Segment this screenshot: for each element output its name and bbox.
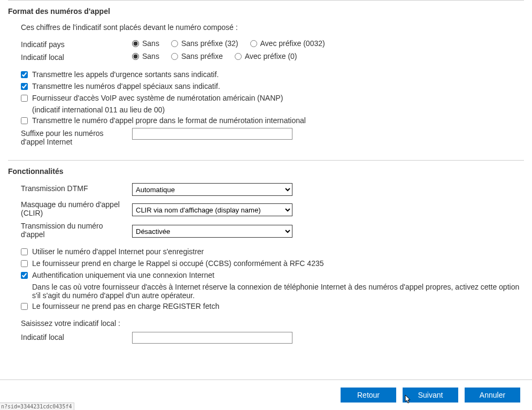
radio-local-sans[interactable] [132, 53, 139, 60]
back-button[interactable]: Retour [341, 388, 396, 403]
checkbox-label: Utiliser le numéro d'appel Internet pour… [32, 247, 204, 256]
format-intro: Ces chiffres de l'indicatif sont placés … [21, 23, 524, 32]
radio-label: Sans [142, 39, 159, 48]
checkbox-ccbs[interactable] [21, 260, 28, 267]
radio-label: Sans préfixe [181, 52, 223, 60]
checkbox-label: Transmettre les appels d'urgence sortant… [32, 70, 219, 79]
checkbox-label: Transmettre le numéro d'appel propre dan… [32, 116, 306, 125]
checkbox-special[interactable] [21, 83, 28, 90]
suffix-label-line1: Suffixe pour les numéros [21, 129, 132, 138]
checkbox-auth-internet[interactable] [21, 272, 28, 279]
auth-description: Dans le cas où votre fournisseur d'accès… [32, 283, 524, 300]
section-title-features: Fonctionnalités [8, 167, 524, 176]
checkbox-label: Le fournisseur ne prend pas en charge RE… [32, 302, 219, 310]
radio-country-avec-prefixe[interactable] [250, 40, 257, 47]
checkbox-intl-own[interactable] [21, 117, 28, 124]
label-indicatif-local: Indicatif local [21, 52, 132, 62]
local-input[interactable] [132, 332, 292, 344]
label-transnum-l2: d'appel [21, 230, 132, 239]
section-title-format: Format des numéros d'appel [8, 7, 524, 16]
radio-label: Sans préfixe (32) [181, 39, 238, 48]
select-clir[interactable]: CLIR via nom d'affichage (display name) [132, 203, 292, 216]
checkbox-use-internet-num[interactable] [21, 248, 28, 255]
radio-label: Avec préfixe (0) [245, 52, 297, 60]
radio-label: Avec préfixe (0032) [260, 39, 325, 48]
suffix-label-line2: d'appel Internet [21, 138, 132, 146]
radio-country-sans-prefixe[interactable] [171, 40, 178, 47]
checkbox-no-register-fetch[interactable] [21, 303, 28, 310]
status-url-fragment: n?sid=3344231cdc0435f4 [0, 403, 74, 410]
checkbox-label: Authentification uniquement via une conn… [32, 271, 214, 279]
label-indicatif-pays: Indicatif pays [21, 39, 132, 49]
radio-local-sans-prefixe[interactable] [171, 53, 178, 60]
bottom-bar: Retour Suivant Annuler [0, 379, 532, 410]
cancel-button[interactable]: Annuler [465, 388, 520, 403]
radio-label: Sans [142, 52, 159, 60]
label-transnum-l1: Transmission du numéro [21, 222, 132, 230]
select-dtmf[interactable]: Automatique [132, 183, 292, 196]
row-indicatif-local: Indicatif local Sans Sans préfixe Avec p… [21, 52, 524, 62]
nanp-subtext: (indicatif international 011 au lieu de … [32, 105, 524, 114]
suffix-input[interactable] [132, 128, 292, 140]
checkbox-emergency[interactable] [21, 71, 28, 78]
checkbox-nanp[interactable] [21, 95, 28, 102]
radio-local-avec-prefixe[interactable] [235, 53, 242, 60]
checkbox-label: Transmettre les numéros d'appel spéciaux… [32, 82, 220, 90]
label-local-field: Indicatif local [21, 332, 132, 341]
label-clir-l1: Masquage du numéro d'appel [21, 200, 132, 209]
next-button[interactable]: Suivant [403, 388, 458, 403]
row-indicatif-pays: Indicatif pays Sans Sans préfixe (32) Av… [21, 39, 524, 49]
radio-country-sans[interactable] [132, 40, 139, 47]
local-prompt: Saisissez votre indicatif local : [21, 319, 524, 328]
label-dtmf: Transmission DTMF [21, 183, 132, 193]
select-transnum[interactable]: Désactivée [132, 225, 292, 238]
checkbox-label: Le fournisseur prend en charge le Rappel… [32, 259, 324, 268]
label-clir-l2: (CLIR) [21, 209, 132, 217]
checkbox-label: Fournisseur d'accès VoIP avec système de… [32, 94, 283, 102]
